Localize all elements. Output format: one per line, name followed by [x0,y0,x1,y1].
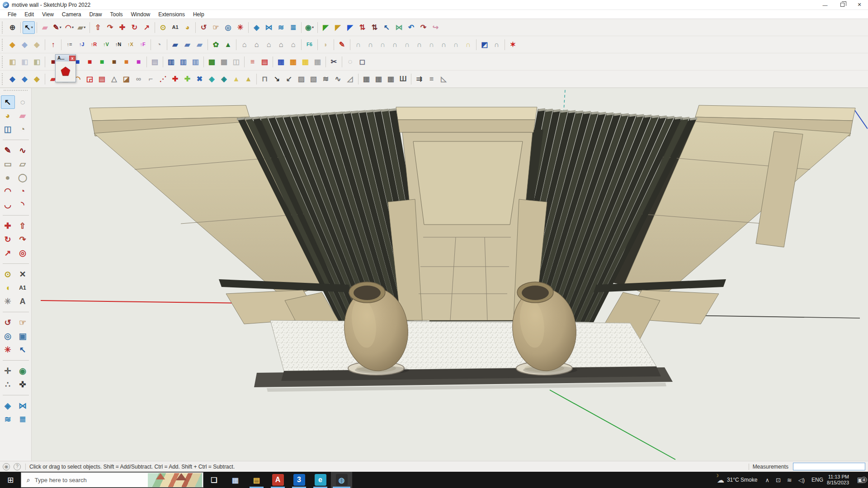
tool-wall-b[interactable]: ⌂ [250,38,263,51]
menu-extensions[interactable]: Extensions [154,10,189,19]
tool-pull-j[interactable]: ↑J [75,38,88,51]
tool-x-blue[interactable]: ✖ [193,73,206,85]
menu-draw[interactable]: Draw [85,10,106,19]
tool-draft-2[interactable]: ▥ [177,56,189,68]
restore-button[interactable] [834,0,851,10]
tool-flag-gold[interactable]: ◤ [332,21,344,34]
tool-follow-me[interactable]: ↷ [104,21,116,34]
tool-box-blue[interactable]: ◆ [19,38,31,51]
tool-two-point-arc[interactable]: ◡ [1,198,15,211]
wifi-icon[interactable]: ≋ [787,477,792,483]
tool-gem-gold[interactable]: ◆ [31,73,43,85]
tool-arrow-pair[interactable]: ⇉ [413,73,425,85]
tool-louvers[interactable]: ≡ [425,73,438,85]
tool-cube-brown[interactable]: ■ [108,56,120,68]
tool-cube-green[interactable]: ■ [96,56,108,68]
menu-file[interactable]: File [4,10,20,19]
taskbar-sketchup[interactable]: ◍ [331,472,352,488]
tool-protractor[interactable]: ◖ [1,281,15,295]
tool-section-fill[interactable]: ≣ [16,413,30,426]
tool-eraser[interactable]: ▰ [39,21,51,34]
tool-circle[interactable]: ● [1,171,15,184]
tool-arc[interactable]: ◠ [1,184,15,198]
tool-text[interactable]: A1 [169,21,181,34]
tool-plant-tree[interactable]: ▲ [222,38,234,51]
tool-zoom-extents[interactable]: ✳ [1,343,15,357]
tool-zoom-previous[interactable]: ↖ [16,343,30,357]
tool-lattice[interactable]: ▩ [218,56,230,68]
tray-chevron-icon[interactable]: ∧ [765,477,769,483]
geolocation-icon[interactable]: ◉ [3,463,10,470]
tool-corner-flag[interactable]: ◩ [478,38,491,51]
dropdown-arrow-icon[interactable]: ▾ [84,25,85,29]
tool-zoom[interactable]: ◎ [1,329,15,343]
tool-grid-blue[interactable]: ▦ [275,56,287,68]
tool-dot-arc[interactable]: ◌ [344,56,356,68]
tool-eraser[interactable]: ▰ [16,109,30,122]
taskbar-search[interactable]: ⌕ Type here to search [21,472,203,488]
dropdown-arrow-icon[interactable]: ▾ [312,25,314,29]
tool-wall-a[interactable]: ⌂ [238,38,250,51]
tool-push-pull[interactable]: ⇧ [16,219,30,233]
tool-pan[interactable]: ☞ [16,316,30,329]
tool-cube-orange[interactable]: ■ [120,56,132,68]
tool-fredo6[interactable]: F6 [303,38,316,51]
tool-tape-measure[interactable]: ⊙ [157,21,169,34]
ruby-gem-icon[interactable]: ⬟ [61,65,71,78]
tool-gem-blue-hash[interactable]: ◆ [6,73,19,85]
tool-hatch-b[interactable]: ▧ [307,73,320,85]
tool-wall-d[interactable]: ⌂ [275,38,287,51]
tool-navigate[interactable]: ✜ [16,378,30,391]
tool-position-camera[interactable]: ✛ [1,364,15,378]
tool-pull-x[interactable]: ↑X [124,38,137,51]
tool-pie[interactable]: ◔ [16,184,30,198]
dropdown-arrow-icon[interactable]: ▾ [60,25,61,29]
tool-orbit[interactable]: ↺ [198,21,210,34]
tool-tag[interactable]: ◔ [16,122,30,136]
tool-shell[interactable]: ◗ [320,38,332,51]
tool-arch-gold[interactable]: ∩ [462,38,474,51]
tool-pan[interactable]: ☞ [210,21,222,34]
tool-crate-tan[interactable]: ◧ [6,56,19,68]
tool-squiggle[interactable]: ∿ [332,73,344,85]
tool-bead-curve[interactable]: ⋰ [157,73,169,85]
tool-rollers[interactable]: ∞ [132,73,145,85]
tool-cross-green[interactable]: ✚ [181,73,193,85]
tool-section-cuts[interactable]: ≋ [275,21,287,34]
tool-prism[interactable]: ◫ [230,56,242,68]
tool-draft-3[interactable]: ▥ [189,56,202,68]
tool-section-display[interactable]: ⋈ [16,399,30,413]
tool-grid-3[interactable]: ▦ [385,73,397,85]
tool-walk[interactable]: ∴ [1,378,15,391]
tool-arch-7[interactable]: ∩ [425,38,438,51]
model-viewport[interactable] [32,88,868,461]
measurements-input[interactable] [793,463,865,470]
tool-pull-up[interactable]: ↑ [47,38,59,51]
tool-arch-9[interactable]: ∩ [450,38,462,51]
tool-orbit[interactable]: ↺ [1,316,15,329]
tool-grid-yellow[interactable]: ▦ [299,56,311,68]
tool-pull-equal[interactable]: ↑= [63,38,75,51]
tool-arrow-sw[interactable]: ↙ [283,73,295,85]
tool-grid-1[interactable]: ▦ [360,73,373,85]
dropdown-arrow-icon[interactable]: ▾ [72,25,74,29]
tool-rotated-rectangle[interactable]: ▱ [16,157,30,171]
taskbar-calculator[interactable]: ▦ [225,472,246,488]
tool-scale[interactable]: ↗ [141,21,153,34]
tool-select[interactable]: ↖▾ [23,21,35,34]
tool-flag-green[interactable]: ◤ [320,21,332,34]
tool-section-plane[interactable]: ◈ [250,21,263,34]
tool-grid-white[interactable]: ▦ [311,56,324,68]
screen-cast-icon[interactable]: ⊡ [776,477,781,483]
tool-rectangle[interactable]: ▭ [1,157,15,171]
tool-arrow-se[interactable]: ↘ [271,73,283,85]
tool-jig[interactable]: ⊓ [259,73,271,85]
tool-fold-brown[interactable]: ◪ [120,73,132,85]
tool-offset[interactable]: ◎ [16,246,30,260]
tool-arch-gray[interactable]: ∩ [491,38,503,51]
tool-stack-red[interactable]: ≡ [246,56,259,68]
menu-help[interactable]: Help [189,10,208,19]
tool-move[interactable]: ✚ [116,21,128,34]
tool-lasso[interactable]: ◌ [16,95,30,109]
minimize-button[interactable]: — [816,0,834,10]
